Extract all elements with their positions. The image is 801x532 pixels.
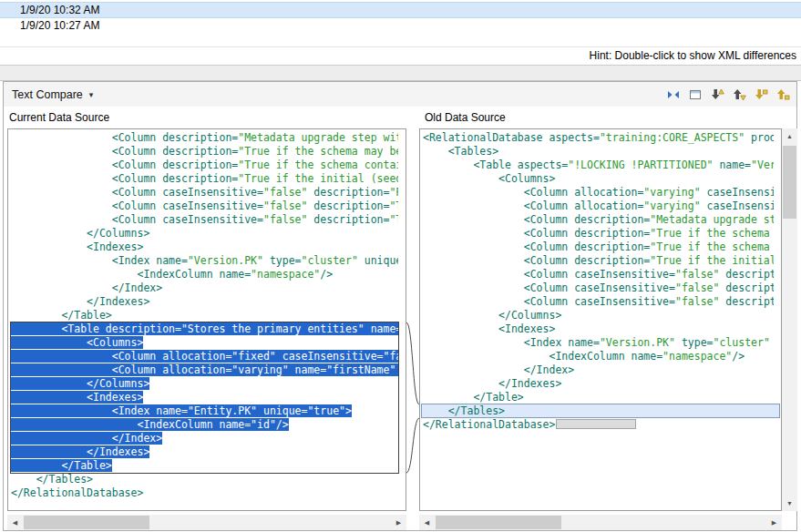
code-line-text: </Index> [11, 281, 162, 294]
left-pane-horizontal-scrollbar[interactable]: ◀ ▶ [7, 515, 406, 530]
code-line: </Index> [423, 363, 774, 377]
code-line-text: </Table> [423, 391, 524, 404]
code-line: </Indexes> [423, 377, 774, 391]
scroll-right-arrow[interactable]: ▶ [766, 515, 782, 530]
code-line-text: <Index name="Entity.PK" unique="true"> [11, 404, 352, 417]
code-line-text: </Index> [11, 432, 162, 445]
swap-left-right-icon [666, 87, 681, 102]
code-line: <Indexes> [11, 240, 398, 254]
code-line: <Columns> [423, 172, 774, 186]
revision-row[interactable]: 1/9/20 10:27 AM [0, 18, 801, 35]
code-line: <Column caseInsensitive="false" descript… [423, 281, 774, 295]
compare-mode-label: Text Compare [12, 88, 83, 101]
code-line: <Column description="True if the schema … [423, 240, 774, 254]
code-line: </Tables> [11, 473, 398, 486]
code-line-text: </RelationalDatabase> [11, 486, 143, 499]
previous-difference-button[interactable] [731, 87, 747, 103]
code-line-text: <Table aspects="!LOCKING !PARTITIONED" n… [423, 159, 774, 171]
code-line-text: </Indexes> [11, 295, 149, 308]
code-line: </Index> [11, 432, 398, 445]
code-line-text: <Column description="True if the schema … [11, 159, 398, 171]
code-line: <Indexes> [423, 322, 774, 336]
code-line-text: <Column allocation="varying" caseInsensi… [423, 200, 774, 212]
right-editor-pane[interactable]: <RelationalDatabase aspects="training:CO… [419, 128, 782, 511]
code-line-text: <Indexes> [11, 391, 143, 404]
previous-change-button[interactable] [775, 87, 791, 103]
left-pane-title: Current Data Source [9, 107, 109, 128]
hint-text: Hint: Double-click to show XML differenc… [590, 47, 796, 64]
code-line: <Column description="True if the initial… [11, 172, 398, 186]
code-line: </RelationalDatabase> [423, 418, 774, 432]
code-line: <Column description="Metadata upgrade st… [423, 213, 774, 227]
code-line: <Column description="True if the schema … [423, 227, 774, 240]
code-line: <Tables> [423, 145, 774, 159]
code-line-text: <Columns> [423, 172, 555, 185]
next-change-button[interactable] [753, 87, 769, 103]
code-line: <Column caseInsensitive="false" descript… [423, 268, 774, 281]
code-line-text: <Column caseInsensitive="false" descript… [11, 213, 398, 226]
code-line: <Column allocation="varying" caseInsensi… [423, 200, 774, 213]
code-line-text: <IndexColumn name="id"/> [11, 418, 289, 431]
vertical-scroll-thumb[interactable] [783, 146, 796, 219]
code-line: </Columns> [11, 227, 398, 240]
code-line: <Table aspects="!LOCKING !PARTITIONED" n… [423, 159, 774, 172]
scroll-left-arrow[interactable]: ◀ [7, 515, 23, 530]
code-line: </Table> [11, 459, 398, 473]
code-line: </Tables> [423, 404, 774, 418]
compare-mode-dropdown[interactable]: Text Compare ▾ [12, 88, 93, 101]
code-line: <Column caseInsensitive="false" descript… [11, 186, 398, 200]
scroll-up-arrow[interactable]: ▲ [782, 128, 797, 144]
code-line: <Column description="True if the schema … [11, 145, 398, 159]
scroll-right-arrow[interactable]: ▶ [391, 515, 406, 530]
code-line: <Column description="True if the initial… [423, 254, 774, 268]
toolbar-icon-group [665, 87, 791, 103]
code-line-text: <Columns> [11, 336, 143, 349]
code-line: <IndexColumn name="namespace"/> [423, 350, 774, 363]
left-editor-content[interactable]: <Column description="Metadata upgrade st… [8, 129, 398, 510]
code-line-text: <Column caseInsensitive="false" descript… [423, 295, 774, 308]
code-line-text: <Column description="True if the initial… [423, 254, 774, 267]
code-line-text: </Columns> [423, 309, 561, 322]
diff-connector-lines [406, 128, 419, 512]
next-difference-button[interactable] [709, 87, 725, 103]
code-line-text: <Tables> [423, 145, 498, 158]
horizontal-scroll-thumb[interactable] [436, 516, 561, 529]
code-line: <Column description="Metadata upgrade st… [11, 131, 398, 145]
scroll-down-arrow[interactable]: ▼ [782, 496, 797, 511]
right-pane-horizontal-scrollbar[interactable]: ◀ ▶ [419, 515, 782, 530]
code-line: <Column description="True if the schema … [11, 159, 398, 172]
code-line: </Table> [423, 391, 774, 404]
code-line-text: <Column caseInsensitive="false" descript… [423, 268, 774, 281]
code-line: </Indexes> [11, 445, 398, 459]
code-line: <Table description="Stores the primary e… [11, 322, 398, 336]
revision-row-selected[interactable]: 1/9/20 10:32 AM [0, 2, 801, 18]
scroll-left-arrow[interactable]: ◀ [419, 515, 435, 530]
empty-change-marker [556, 419, 636, 429]
horizontal-scroll-thumb[interactable] [24, 516, 149, 529]
code-line: <Columns> [11, 336, 398, 350]
code-line: <Indexes> [11, 391, 398, 404]
right-editor-content[interactable]: <RelationalDatabase aspects="training:CO… [420, 129, 774, 510]
code-line: </Columns> [11, 377, 398, 391]
code-line: <Index name="Version.PK" type="cluster" … [11, 254, 398, 268]
code-line: <Column allocation="varying" name="first… [11, 363, 398, 377]
swap-left-right-button[interactable] [665, 87, 682, 103]
code-line-text: <Column allocation="fixed" caseInsensiti… [11, 350, 398, 363]
compare-toolbar: Text Compare ▾ [4, 82, 796, 107]
code-line-text: <IndexColumn name="namespace"/> [11, 268, 333, 281]
code-line-text: <Index name="Version.PK" type="cluster" … [423, 336, 774, 349]
ancestor-pane-icon [688, 87, 703, 102]
code-line-text: <RelationalDatabase aspects="training:CO… [423, 131, 774, 144]
code-line-text: </Indexes> [423, 377, 561, 390]
code-line: <Column allocation="varying" caseInsensi… [423, 186, 774, 200]
code-line: <Column caseInsensitive="false" descript… [423, 295, 774, 309]
section-splitter[interactable] [0, 65, 801, 81]
left-editor-pane[interactable]: <Column description="Metadata upgrade st… [7, 128, 406, 511]
previous-change-icon [775, 87, 790, 102]
code-line: <Column allocation="fixed" caseInsensiti… [11, 350, 398, 363]
code-line-text: <Column allocation="varying" name="first… [11, 363, 398, 376]
ancestor-pane-button[interactable] [687, 87, 703, 103]
code-line-text: <Column caseInsensitive="false" descript… [423, 281, 774, 294]
right-pane-vertical-scrollbar[interactable]: ▲ ▼ [782, 128, 797, 511]
code-line-text: <Column description="True if the schema … [423, 227, 774, 240]
